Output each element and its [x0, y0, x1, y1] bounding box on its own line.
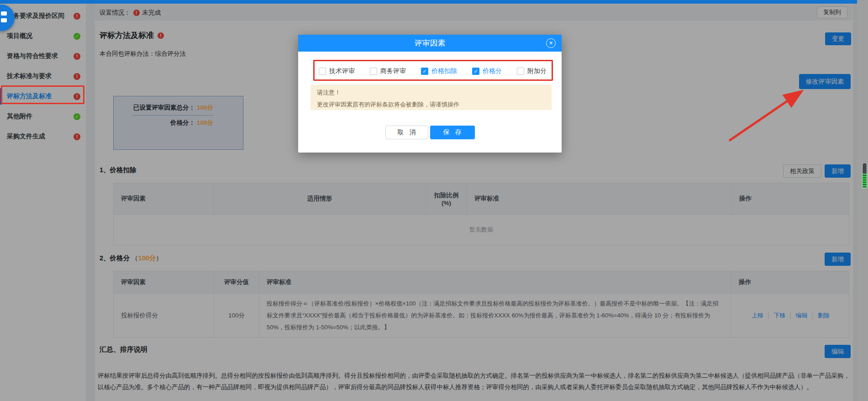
warning-alert: 请注意！ 更改评审因素原有的评标条款将会被删除，请谨慎操作 [310, 84, 552, 110]
checkbox-checked-icon [472, 68, 479, 75]
modal-footer: 取 消 保 存 [298, 126, 562, 139]
checkbox-label: 商务评审 [380, 67, 406, 75]
review-factor-options: 技术评审 商务评审 价格扣除 价格分 附加分 [319, 63, 547, 79]
checkbox-business-review[interactable]: 商务评审 [370, 67, 406, 75]
page: 商务要求及报价区间 项目概况 资格与符合性要求 技术标准与要求 评标方法及标准 … [0, 0, 868, 401]
scrollbar-thumb-top [863, 163, 867, 174]
review-factors-modal: 评审因素 ✕ 技术评审 商务评审 价格扣除 价格分 附加分 [298, 35, 562, 153]
checkbox-label: 技术评审 [329, 67, 355, 75]
scrollbar-thumb[interactable] [862, 163, 867, 189]
modal-header: 评审因素 ✕ [298, 35, 562, 52]
save-button[interactable]: 保 存 [430, 126, 475, 139]
checkbox-price-deduction[interactable]: 价格扣除 [421, 67, 457, 75]
close-icon[interactable]: ✕ [546, 38, 556, 48]
checkbox-checked-icon [421, 68, 428, 75]
widget-bar-icon [1, 11, 7, 16]
checkbox-icon [517, 68, 524, 75]
top-blue-strip [0, 0, 857, 4]
checkbox-icon [319, 68, 326, 75]
checkbox-label: 价格分 [483, 67, 502, 75]
checkbox-technical-review[interactable]: 技术评审 [319, 67, 355, 75]
warning-title: 请注意！ [317, 89, 545, 97]
checkbox-icon [370, 68, 377, 75]
checkbox-label: 附加分 [527, 67, 547, 75]
widget-bar-icon [1, 18, 7, 22]
checkbox-label: 价格扣除 [431, 67, 457, 75]
warning-text: 更改评审因素原有的评标条款将会被删除，请谨慎操作 [317, 100, 545, 109]
modal-title: 评审因素 [415, 38, 446, 48]
checkbox-bonus-score[interactable]: 附加分 [517, 67, 547, 75]
cancel-button[interactable]: 取 消 [385, 126, 428, 139]
checkbox-price-score[interactable]: 价格分 [472, 67, 502, 75]
scrollbar-thumb-stripes [863, 174, 867, 188]
